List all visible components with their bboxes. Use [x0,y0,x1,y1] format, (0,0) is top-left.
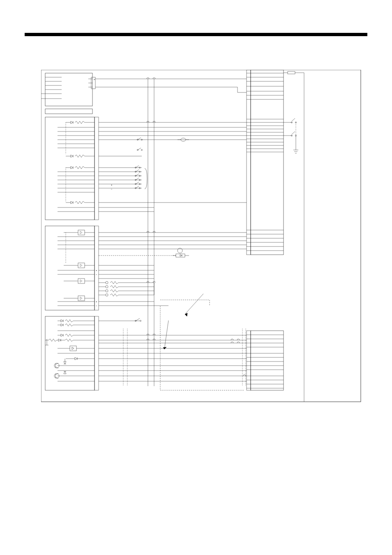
svg-text:−: − [96,304,97,307]
svg-marker-47 [71,201,73,204]
block-c: + − [45,226,154,310]
svg-rect-96 [95,316,99,390]
svg-rect-145 [247,70,251,255]
svg-line-175 [292,118,295,121]
svg-rect-87 [78,296,85,301]
svg-point-272 [140,320,141,322]
svg-marker-252 [180,255,182,256]
svg-line-266 [185,294,203,314]
svg-line-226 [136,166,139,168]
svg-text:−: − [96,273,97,276]
svg-marker-101 [61,324,63,326]
svg-rect-170 [288,71,295,74]
svg-marker-97 [61,320,63,322]
svg-point-215 [141,150,143,151]
svg-line-211 [138,138,141,140]
svg-line-232 [136,174,139,176]
svg-line-235 [136,178,139,180]
svg-marker-130 [64,371,66,374]
svg-rect-188 [247,331,251,390]
svg-rect-52 [45,226,95,310]
svg-rect-144 [251,70,284,255]
svg-point-77 [106,290,108,292]
svg-text:+: + [96,269,97,272]
separator-block [45,109,92,114]
svg-rect-63 [78,263,85,268]
svg-rect-187 [251,331,284,390]
svg-marker-55 [80,231,82,234]
svg-line-273 [136,318,140,321]
plus-label: + [94,78,95,81]
svg-marker-34 [71,166,73,169]
svg-marker-72 [80,280,82,282]
svg-text:+: + [96,300,97,303]
svg-line-268 [164,320,168,349]
fuse-symbol [284,71,304,402]
svg-rect-16 [45,117,95,220]
svg-marker-88 [80,297,82,299]
svg-point-75 [106,281,108,284]
block-b: + − [45,117,113,220]
wiring-bus [99,78,247,390]
page-container: + [25,33,367,530]
svg-marker-110 [58,339,61,341]
right-block-top [247,70,284,255]
schematic-svg: + [41,70,362,403]
svg-rect-0 [41,70,361,402]
header-rule [25,33,367,36]
svg-rect-251 [176,254,185,257]
svg-rect-17 [95,117,99,220]
svg-rect-71 [78,279,85,283]
svg-marker-30 [71,155,73,157]
right-block-bottom [247,331,284,390]
svg-line-229 [136,170,139,172]
svg-rect-53 [95,226,99,310]
svg-marker-269 [163,347,166,349]
svg-line-241 [136,186,139,188]
svg-point-78 [106,294,108,296]
svg-marker-127 [64,362,66,364]
svg-marker-64 [80,264,82,267]
block-d [45,316,99,390]
svg-marker-119 [72,347,74,350]
switch-ground [284,118,298,153]
svg-line-180 [292,131,295,134]
wiring-diagram: + [41,70,359,403]
block-a: + [41,73,156,106]
svg-point-76 [106,286,108,288]
svg-marker-19 [71,121,73,124]
svg-rect-118 [70,346,76,351]
svg-rect-54 [78,230,85,235]
svg-marker-123 [75,357,77,360]
svg-marker-106 [61,334,63,336]
svg-marker-267 [185,313,187,316]
svg-line-216 [138,148,141,150]
svg-line-238 [136,182,139,184]
